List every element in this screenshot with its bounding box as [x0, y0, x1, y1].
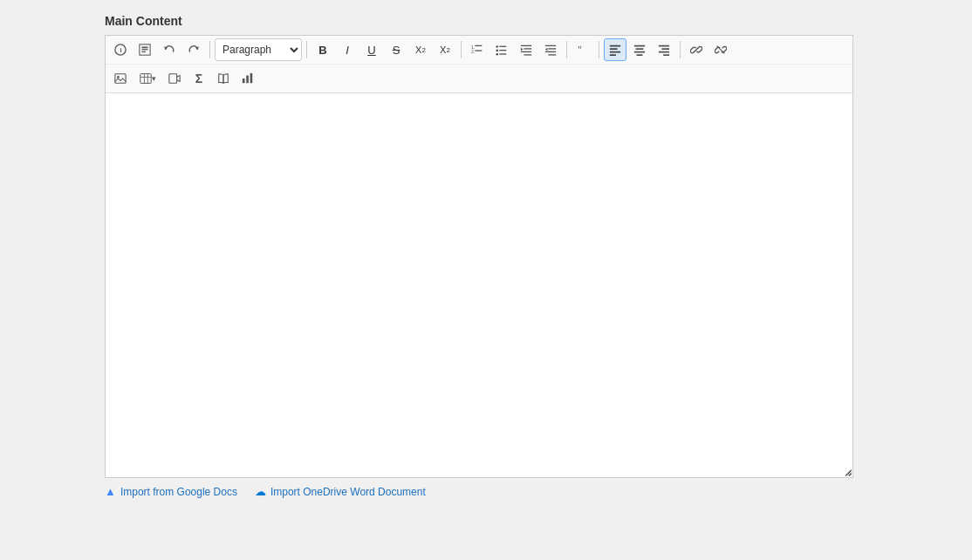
separator-6 [680, 41, 681, 58]
undo-button[interactable] [158, 38, 181, 61]
svg-rect-15 [499, 50, 506, 51]
svg-marker-27 [545, 48, 548, 51]
svg-rect-11 [475, 50, 482, 51]
svg-rect-5 [142, 51, 146, 52]
italic-button[interactable]: I [336, 38, 359, 61]
svg-text:i: i [120, 47, 122, 53]
editor-content[interactable] [106, 93, 852, 477]
svg-rect-29 [610, 45, 620, 47]
unordered-list-button[interactable] [490, 38, 513, 61]
editor-body[interactable]: ◢ [106, 93, 852, 477]
align-center-button[interactable] [628, 38, 651, 61]
svg-rect-39 [659, 51, 669, 53]
right-sidebar [867, 0, 972, 560]
left-sidebar [0, 0, 105, 560]
svg-rect-43 [115, 74, 126, 84]
ordered-list-button[interactable]: 1.2. [466, 38, 489, 61]
svg-rect-19 [524, 48, 531, 49]
editor-container: i Pa [105, 35, 853, 478]
separator-4 [566, 41, 567, 58]
import-onedrive-label: Import OneDrive Word Document [270, 486, 426, 498]
separator-5 [599, 41, 599, 58]
svg-point-16 [496, 53, 498, 56]
svg-rect-45 [140, 74, 150, 84]
svg-marker-22 [521, 48, 524, 51]
svg-rect-32 [610, 54, 616, 56]
book-button[interactable] [212, 67, 235, 90]
strikethrough-button[interactable]: S [385, 38, 407, 61]
svg-rect-21 [524, 54, 531, 55]
svg-rect-13 [499, 46, 506, 47]
svg-rect-24 [548, 48, 556, 49]
image-button[interactable] [109, 67, 132, 90]
svg-rect-51 [246, 76, 249, 84]
toolbar-row-1: i Pa [106, 36, 852, 64]
svg-rect-35 [634, 51, 645, 53]
svg-rect-31 [610, 51, 620, 53]
separator-2 [306, 41, 307, 58]
resize-handle: ◢ [842, 467, 852, 477]
toolbar-row-2: ▾ Σ [106, 64, 852, 92]
superscript-button[interactable]: X2 [434, 38, 456, 61]
svg-point-44 [117, 76, 120, 79]
svg-rect-18 [521, 45, 531, 46]
underline-button[interactable]: U [360, 38, 383, 61]
svg-rect-33 [634, 45, 645, 47]
source-button[interactable] [133, 38, 156, 61]
svg-rect-4 [142, 49, 148, 50]
svg-text:": " [578, 44, 582, 56]
svg-rect-25 [545, 51, 556, 52]
onedrive-icon: ☁ [255, 485, 266, 498]
svg-rect-17 [499, 53, 506, 54]
svg-rect-23 [545, 45, 556, 46]
blockquote-button[interactable]: " [572, 38, 594, 61]
import-google-docs-link[interactable]: ▲ Import from Google Docs [105, 485, 237, 498]
svg-rect-26 [548, 54, 556, 55]
redo-button[interactable] [182, 38, 205, 61]
svg-rect-34 [636, 48, 644, 50]
indent-button[interactable] [539, 38, 562, 61]
separator-1 [209, 41, 210, 58]
link-button[interactable] [685, 38, 708, 61]
svg-rect-38 [661, 48, 669, 50]
svg-rect-9 [475, 45, 482, 46]
import-google-docs-label: Import from Google Docs [120, 486, 237, 498]
svg-rect-36 [637, 54, 643, 56]
main-area: Main Content i [105, 0, 867, 560]
svg-rect-52 [250, 73, 253, 83]
bold-button[interactable]: B [311, 38, 334, 61]
svg-rect-40 [663, 54, 669, 56]
align-right-button[interactable] [653, 38, 675, 61]
table-button[interactable]: ▾ [133, 67, 161, 90]
paragraph-format-select[interactable]: Paragraph Heading 1 Heading 2 Heading 3 … [215, 38, 302, 61]
unlink-button[interactable] [709, 38, 732, 61]
chart-button[interactable] [236, 67, 259, 90]
svg-rect-20 [521, 51, 531, 52]
svg-rect-30 [610, 48, 618, 50]
toolbar: i Pa [106, 36, 852, 93]
svg-rect-37 [659, 45, 669, 47]
svg-rect-50 [243, 79, 245, 83]
svg-line-41 [695, 48, 698, 51]
svg-rect-49 [169, 74, 177, 84]
section-label: Main Content [105, 14, 853, 28]
svg-text:2.: 2. [471, 49, 475, 54]
formula-button[interactable]: Σ [188, 67, 210, 90]
outdent-button[interactable] [515, 38, 537, 61]
import-bar: ▲ Import from Google Docs ☁ Import OneDr… [105, 485, 853, 498]
svg-point-12 [496, 45, 498, 48]
info-button[interactable]: i [109, 38, 132, 61]
import-onedrive-link[interactable]: ☁ Import OneDrive Word Document [255, 485, 426, 498]
video-button[interactable] [163, 67, 186, 90]
svg-rect-3 [142, 47, 148, 49]
svg-point-14 [496, 50, 498, 52]
subscript-button[interactable]: X2 [409, 38, 432, 61]
separator-3 [461, 41, 462, 58]
align-left-button[interactable] [604, 38, 626, 61]
google-docs-icon: ▲ [105, 485, 116, 498]
